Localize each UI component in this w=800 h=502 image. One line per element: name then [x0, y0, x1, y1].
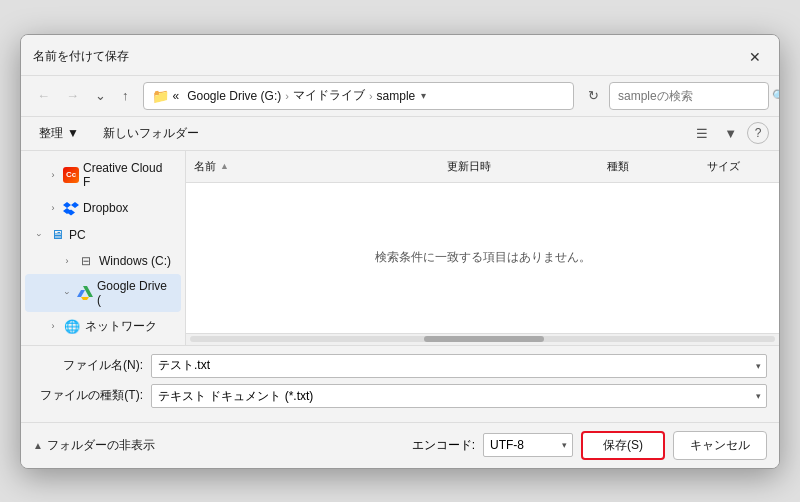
- forward-button[interactable]: →: [60, 84, 85, 107]
- new-folder-button[interactable]: 新しいフォルダー: [95, 121, 207, 146]
- new-folder-label: 新しいフォルダー: [103, 125, 199, 142]
- pc-icon: 🖥: [49, 227, 65, 243]
- back-button[interactable]: ←: [31, 84, 56, 107]
- google-drive-icon: [77, 285, 93, 301]
- form-area: ファイル名(N): ▾ ファイルの種類(T): テキスト ドキュメント (*.t…: [21, 345, 779, 422]
- save-dialog: 名前を付けて保存 ✕ ← → ⌄ ↑ 📁 « Google Drive (G:)…: [20, 34, 780, 469]
- expand-arrow-gdrive: ›: [62, 287, 72, 299]
- sidebar-label-windows-c: Windows (C:): [99, 254, 171, 268]
- expand-arrow-c: ›: [61, 256, 73, 266]
- refresh-button[interactable]: ↻: [582, 84, 605, 107]
- sidebar-item-network[interactable]: › 🌐 ネットワーク: [25, 313, 181, 340]
- filename-input[interactable]: [151, 354, 767, 378]
- sidebar-label-pc: PC: [69, 228, 86, 242]
- title-bar: 名前を付けて保存 ✕: [21, 35, 779, 76]
- col-header-size[interactable]: サイズ: [699, 155, 779, 178]
- expand-arrow-pc: ›: [34, 229, 44, 241]
- breadcrumb: « Google Drive (G:) › マイドライブ › sample: [173, 87, 416, 104]
- sidebar-label-dropbox: Dropbox: [83, 201, 128, 215]
- cancel-button[interactable]: キャンセル: [673, 431, 767, 460]
- filetype-row: ファイルの種類(T): テキスト ドキュメント (*.txt) ▾: [33, 384, 767, 408]
- filetype-wrapper: テキスト ドキュメント (*.txt) ▾: [151, 384, 767, 408]
- hide-folders-toggle[interactable]: ▲ フォルダーの非表示: [33, 437, 155, 454]
- sidebar-item-windows-c[interactable]: › ⊟ Windows (C:): [25, 249, 181, 273]
- search-box: 🔍: [609, 82, 769, 110]
- filename-wrapper: ▾: [151, 354, 767, 378]
- network-icon: 🌐: [63, 319, 81, 334]
- hide-folders-arrow: ▲: [33, 440, 43, 451]
- footer-buttons: 保存(S) キャンセル: [581, 431, 767, 460]
- folder-icon: 📁: [152, 88, 169, 104]
- svg-marker-1: [77, 290, 85, 297]
- svg-marker-2: [81, 297, 89, 300]
- sidebar-item-creative-cloud[interactable]: › Cc Creative Cloud F: [25, 156, 181, 194]
- toolbar: 整理 ▼ 新しいフォルダー ☰ ▼ ?: [21, 117, 779, 151]
- empty-message: 検索条件に一致する項目はありません。: [375, 249, 591, 266]
- encode-area: エンコード: UTF-8 ▾: [412, 433, 573, 457]
- expand-arrow-dropbox: ›: [47, 203, 59, 213]
- hide-folders-label: フォルダーの非表示: [47, 437, 155, 454]
- col-header-updated[interactable]: 更新日時: [439, 155, 599, 178]
- creative-cloud-icon: Cc: [63, 167, 79, 183]
- horizontal-scrollbar[interactable]: [186, 333, 779, 345]
- organize-arrow: ▼: [67, 126, 79, 140]
- search-input[interactable]: [618, 89, 768, 103]
- svg-marker-0: [83, 286, 93, 297]
- view-button[interactable]: ☰: [690, 122, 714, 145]
- sidebar-label-creative-cloud: Creative Cloud F: [83, 161, 173, 189]
- up-button[interactable]: ↑: [116, 84, 135, 107]
- encode-label: エンコード:: [412, 437, 475, 454]
- sidebar-label-network: ネットワーク: [85, 318, 157, 335]
- view-dropdown-button[interactable]: ▼: [718, 122, 743, 145]
- filename-row: ファイル名(N): ▾: [33, 354, 767, 378]
- save-button[interactable]: 保存(S): [581, 431, 665, 460]
- encode-select[interactable]: UTF-8: [483, 433, 573, 457]
- filetype-label: ファイルの種類(T):: [33, 387, 143, 404]
- filename-label: ファイル名(N):: [33, 357, 143, 374]
- filetype-select[interactable]: テキスト ドキュメント (*.txt): [151, 384, 767, 408]
- sidebar-item-pc[interactable]: › 🖥 PC: [25, 222, 181, 248]
- col-header-type[interactable]: 種類: [599, 155, 699, 178]
- help-button[interactable]: ?: [747, 122, 769, 144]
- footer-bar: ▲ フォルダーの非表示 エンコード: UTF-8 ▾ 保存(S) キャンセル: [21, 422, 779, 468]
- sidebar-item-dropbox[interactable]: › Dropbox: [25, 195, 181, 221]
- close-button[interactable]: ✕: [743, 45, 767, 69]
- file-area: 名前 ▲ 更新日時 種類 サイズ 検索条件に一致する項目はありません。: [186, 151, 779, 345]
- dropdown-button[interactable]: ⌄: [89, 84, 112, 107]
- breadcrumb-google-drive: Google Drive (G:): [187, 89, 281, 103]
- col-header-name[interactable]: 名前 ▲: [186, 155, 439, 178]
- main-content: › Cc Creative Cloud F › Dropbox › 🖥 PC ›: [21, 151, 779, 345]
- encode-wrapper: UTF-8 ▾: [483, 433, 573, 457]
- organize-button[interactable]: 整理 ▼: [31, 121, 87, 146]
- dialog-title: 名前を付けて保存: [33, 48, 743, 65]
- address-bar[interactable]: 📁 « Google Drive (G:) › マイドライブ › sample …: [143, 82, 575, 110]
- scrollbar-track: [190, 336, 775, 342]
- sort-arrow: ▲: [220, 161, 229, 171]
- windows-drive-icon: ⊟: [77, 254, 95, 268]
- sidebar-item-google-drive[interactable]: › Google Drive (: [25, 274, 181, 312]
- sidebar-label-google-drive: Google Drive (: [97, 279, 173, 307]
- column-headers: 名前 ▲ 更新日時 種類 サイズ: [186, 151, 779, 183]
- expand-arrow-network: ›: [47, 321, 59, 331]
- breadcrumb-sample: sample: [377, 89, 416, 103]
- scrollbar-thumb: [424, 336, 544, 342]
- search-icon: 🔍: [772, 89, 780, 103]
- expand-arrow-cc: ›: [47, 170, 59, 180]
- file-list-body: 検索条件に一致する項目はありません。: [186, 183, 779, 333]
- nav-bar: ← → ⌄ ↑ 📁 « Google Drive (G:) › マイドライブ ›…: [21, 76, 779, 117]
- organize-label: 整理: [39, 125, 63, 142]
- address-dropdown-button[interactable]: ▾: [419, 88, 428, 103]
- sidebar: › Cc Creative Cloud F › Dropbox › 🖥 PC ›: [21, 151, 186, 345]
- dropbox-icon: [63, 200, 79, 216]
- breadcrumb-part-1: «: [173, 89, 180, 103]
- breadcrumb-my-drive: マイドライブ: [293, 87, 365, 104]
